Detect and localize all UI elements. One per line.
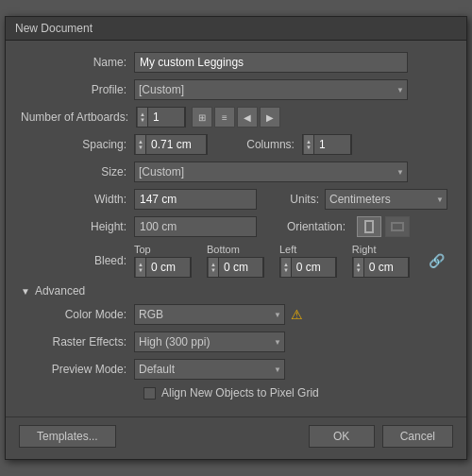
name-input[interactable]: [134, 52, 408, 73]
bleed-bottom-spinner[interactable]: ▲▼: [207, 257, 264, 278]
bleed-top: Top ▲▼: [134, 244, 192, 278]
advanced-label: Advanced: [35, 284, 85, 298]
size-row: Size: [Custom]: [21, 162, 451, 182]
spacing-row: Spacing: ▲▼ Columns: ▲▼: [21, 134, 451, 155]
preview-mode-label: Preview Mode:: [21, 363, 134, 376]
bleed-right: Right ▲▼: [352, 244, 410, 278]
ok-button[interactable]: OK: [309, 425, 375, 448]
spacing-spinner[interactable]: ▲▼: [134, 134, 208, 155]
columns-label: Columns:: [245, 138, 302, 151]
profile-row: Profile: [Custom]: [21, 79, 451, 100]
title-text: New Document: [15, 22, 93, 35]
preview-mode-select[interactable]: Default Pixel Overprint: [134, 359, 285, 380]
bleed-left-input[interactable]: [291, 257, 336, 278]
artboard-icons: ⊞ ≡ ◀ ▶: [192, 107, 280, 128]
spacing-input[interactable]: [145, 134, 207, 155]
raster-effects-label: Raster Effects:: [21, 335, 134, 348]
orientation-wrap: [357, 216, 410, 237]
units-label: Units:: [285, 193, 325, 206]
new-document-dialog: New Document Name: Profile: [Custom] Num…: [5, 16, 467, 460]
height-row: Height: Orientation:: [21, 216, 451, 237]
color-mode-label: Color Mode:: [21, 308, 134, 321]
bleed-left: Left ▲▼: [279, 244, 337, 278]
align-pixel-grid-label: Align New Objects to Pixel Grid: [161, 386, 319, 400]
artboards-row: Number of Artboards: ▲▼ ⊞ ≡ ◀ ▶: [21, 107, 451, 128]
size-label: Size:: [21, 165, 134, 178]
artboards-decrement[interactable]: ▲▼: [137, 108, 147, 127]
name-label: Name:: [21, 56, 134, 69]
bleed-left-decrement[interactable]: ▲▼: [280, 258, 291, 277]
profile-select[interactable]: [Custom]: [134, 79, 408, 100]
artboards-spinner[interactable]: ▲▼: [136, 107, 186, 128]
orientation-label: Orientation:: [285, 220, 351, 233]
artboards-input[interactable]: [147, 107, 185, 128]
color-mode-select[interactable]: RGB CMYK: [134, 304, 285, 325]
portrait-icon: [364, 220, 374, 233]
bleed-bottom-label: Bottom: [207, 244, 240, 255]
bleed-bottom-decrement[interactable]: ▲▼: [208, 258, 218, 277]
width-label: Width:: [21, 193, 134, 206]
templates-button[interactable]: Templates...: [19, 425, 116, 448]
cancel-button[interactable]: Cancel: [382, 425, 453, 448]
row-layout-icon[interactable]: ≡: [214, 107, 235, 128]
columns-input[interactable]: [313, 134, 351, 155]
bleed-right-decrement[interactable]: ▲▼: [353, 258, 363, 277]
bleed-left-spinner[interactable]: ▲▼: [279, 257, 337, 278]
spacing-decrement[interactable]: ▲▼: [135, 135, 145, 154]
profile-label: Profile:: [21, 83, 134, 96]
artboards-label: Number of Artboards:: [21, 110, 136, 124]
raster-effects-select[interactable]: High (300 ppi) Medium (150 ppi) Low (72 …: [134, 332, 285, 352]
name-row: Name:: [21, 52, 451, 73]
preview-mode-row: Preview Mode: Default Pixel Overprint: [21, 359, 451, 380]
left-arrow-icon[interactable]: ◀: [237, 107, 258, 128]
link-bleed-icon[interactable]: 🔗: [429, 244, 445, 278]
landscape-icon: [391, 222, 404, 231]
bleed-right-label: Right: [352, 244, 377, 255]
bleed-top-label: Top: [134, 244, 151, 255]
grid-layout-icon[interactable]: ⊞: [192, 107, 212, 128]
width-row: Width: Units: Centimeters Pixels Inches: [21, 189, 451, 210]
footer: Templates... OK Cancel: [6, 416, 466, 459]
bleed-label: Bleed:: [21, 254, 134, 267]
units-select[interactable]: Centimeters Pixels Inches: [325, 189, 447, 210]
bleed-right-spinner[interactable]: ▲▼: [352, 257, 410, 278]
advanced-arrow-icon: ▼: [21, 286, 30, 297]
spacing-label: Spacing:: [21, 138, 134, 151]
height-input[interactable]: [134, 216, 257, 237]
title-bar: New Document: [6, 17, 466, 41]
columns-decrement[interactable]: ▲▼: [303, 135, 313, 154]
raster-effects-row: Raster Effects: High (300 ppi) Medium (1…: [21, 332, 451, 352]
align-pixel-grid-row: Align New Objects to Pixel Grid: [143, 386, 451, 400]
size-select[interactable]: [Custom]: [134, 162, 408, 182]
bleed-right-input[interactable]: [363, 257, 409, 278]
width-input[interactable]: [134, 189, 257, 210]
right-arrow-icon[interactable]: ▶: [260, 107, 280, 128]
bleed-left-label: Left: [279, 244, 296, 255]
bleed-group: Top ▲▼ Bottom ▲▼ Left ▲▼: [134, 244, 445, 278]
bleed-top-input[interactable]: [145, 257, 191, 278]
advanced-toggle[interactable]: ▼ Advanced: [21, 284, 451, 298]
bleed-bottom: Bottom ▲▼: [207, 244, 264, 278]
align-pixel-grid-checkbox[interactable]: [143, 387, 156, 400]
height-label: Height:: [21, 220, 134, 233]
bleed-row: Bleed: Top ▲▼ Bottom ▲▼: [21, 244, 451, 278]
color-mode-row: Color Mode: RGB CMYK ⚠: [21, 304, 451, 325]
warning-icon: ⚠: [291, 307, 303, 322]
bleed-top-decrement[interactable]: ▲▼: [135, 258, 145, 277]
landscape-btn[interactable]: [385, 216, 410, 237]
bleed-bottom-input[interactable]: [218, 257, 263, 278]
columns-spinner[interactable]: ▲▼: [302, 134, 352, 155]
portrait-btn[interactable]: [357, 216, 381, 237]
bleed-top-spinner[interactable]: ▲▼: [134, 257, 192, 278]
